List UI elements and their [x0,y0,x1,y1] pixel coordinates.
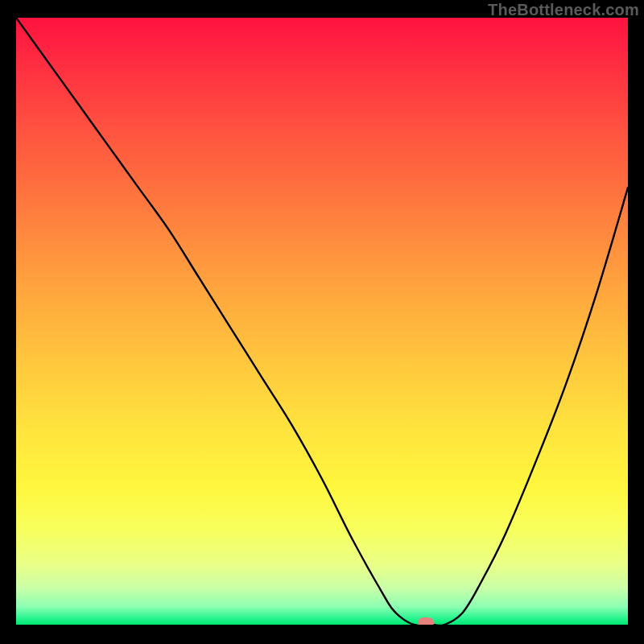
chart-container: TheBottleneck.com [0,0,644,644]
plot-area [16,18,628,625]
bottleneck-curve [16,18,628,625]
dip-marker [418,617,434,625]
watermark-text: TheBottleneck.com [488,1,639,19]
